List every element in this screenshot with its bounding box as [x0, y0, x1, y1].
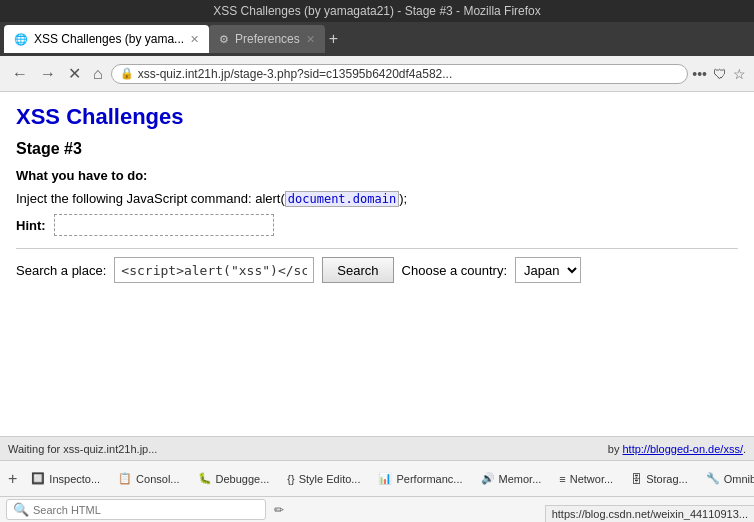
- bookmark-button[interactable]: ☆: [733, 66, 746, 82]
- tab-prefs-close[interactable]: ✕: [306, 33, 315, 46]
- hint-input[interactable]: [54, 214, 274, 236]
- tab-xss-icon: 🌐: [14, 33, 28, 46]
- more-button[interactable]: •••: [692, 66, 707, 82]
- omnibug-label: Omnibug...: [724, 473, 754, 485]
- status-link[interactable]: http://blogged-on.de/xss/: [622, 443, 742, 455]
- back-button[interactable]: ←: [8, 63, 32, 85]
- devtools-tab-memory[interactable]: 🔊 Memor...: [473, 468, 550, 489]
- console-icon: 📋: [118, 472, 132, 485]
- devtools-tab-omnibug[interactable]: 🔧 Omnibug...: [698, 468, 754, 489]
- search-row: Search a place: Search Choose a country:…: [16, 257, 738, 283]
- inject-instruction: Inject the following JavaScript command:…: [16, 191, 738, 206]
- by-text: by: [608, 443, 623, 455]
- devtools-tab-storage[interactable]: 🗄 Storag...: [623, 469, 696, 489]
- devtools-tab-network[interactable]: ≡ Networ...: [551, 469, 621, 489]
- tab-xss-label: XSS Challenges (by yama...: [34, 32, 184, 46]
- devtools-tab-style[interactable]: {} Style Edito...: [279, 469, 368, 489]
- perf-label: Performanc...: [396, 473, 462, 485]
- page-title: XSS Challenges: [16, 104, 738, 130]
- lock-icon: 🔒: [120, 67, 134, 80]
- tab-prefs-label: Preferences: [235, 32, 300, 46]
- devtools-search-input[interactable]: [33, 504, 259, 516]
- debugger-icon: 🐛: [198, 472, 212, 485]
- domain-text: document.domain: [285, 191, 399, 207]
- debugger-label: Debugge...: [216, 473, 270, 485]
- devtools-edit-button[interactable]: ✏: [274, 503, 284, 517]
- tab-xss[interactable]: 🌐 XSS Challenges (by yama... ✕: [4, 25, 209, 53]
- country-select[interactable]: Japan USA UK: [515, 257, 581, 283]
- what-label-text: What you have to do:: [16, 168, 738, 183]
- devtools-tab-console[interactable]: 📋 Consol...: [110, 468, 187, 489]
- link-suffix: .: [743, 443, 746, 455]
- devtools-tab-inspector[interactable]: 🔲 Inspecto...: [23, 468, 108, 489]
- inspector-label: Inspecto...: [49, 473, 100, 485]
- new-tab-button[interactable]: +: [329, 30, 338, 48]
- hint-row: Hint:: [16, 214, 738, 236]
- omnibug-icon: 🔧: [706, 472, 720, 485]
- status-by: by http://blogged-on.de/xss/.: [608, 443, 746, 455]
- storage-label: Storag...: [646, 473, 688, 485]
- divider: [16, 248, 738, 249]
- reload-button[interactable]: ✕: [64, 62, 85, 85]
- perf-icon: 📊: [378, 472, 392, 485]
- inject-prefix: Inject the following JavaScript command:: [16, 191, 255, 206]
- url-bar[interactable]: 🔒 xss-quiz.int21h.jp/stage-3.php?sid=c13…: [111, 64, 689, 84]
- console-label: Consol...: [136, 473, 179, 485]
- tab-prefs-icon: ⚙: [219, 33, 229, 46]
- memory-label: Memor...: [499, 473, 542, 485]
- title-bar: XSS Challenges (by yamagata21) - Stage #…: [0, 0, 754, 22]
- nav-bar: ← → ✕ ⌂ 🔒 xss-quiz.int21h.jp/stage-3.php…: [0, 56, 754, 92]
- inspector-icon: 🔲: [31, 472, 45, 485]
- search-icon: 🔍: [13, 502, 29, 517]
- tab-prefs[interactable]: ⚙ Preferences ✕: [209, 25, 325, 53]
- alert-text: alert(: [255, 191, 285, 206]
- hint-label: Hint:: [16, 218, 46, 233]
- what-label: What you have to do:: [16, 168, 147, 183]
- style-label: Style Edito...: [299, 473, 361, 485]
- memory-icon: 🔊: [481, 472, 495, 485]
- window-title: XSS Challenges (by yamagata21) - Stage #…: [213, 4, 541, 18]
- forward-button[interactable]: →: [36, 63, 60, 85]
- tab-xss-close[interactable]: ✕: [190, 33, 199, 46]
- devtools-tab-perf[interactable]: 📊 Performanc...: [370, 468, 470, 489]
- home-button[interactable]: ⌂: [89, 63, 107, 85]
- status-text: Waiting for xss-quiz.int21h.jp...: [8, 443, 157, 455]
- devtools-tabs: + 🔲 Inspecto... 📋 Consol... 🐛 Debugge...…: [0, 460, 754, 496]
- tab-bar: 🌐 XSS Challenges (by yama... ✕ ⚙ Prefere…: [0, 22, 754, 56]
- search-button[interactable]: Search: [322, 257, 393, 283]
- nav-icons: ••• 🛡 ☆: [692, 66, 746, 82]
- country-label: Choose a country:: [402, 263, 508, 278]
- status-bar: Waiting for xss-quiz.int21h.jp... by htt…: [0, 436, 754, 460]
- network-label: Networ...: [570, 473, 613, 485]
- style-icon: {}: [287, 473, 294, 485]
- page-content: XSS Challenges Stage #3 What you have to…: [0, 92, 754, 436]
- storage-icon: 🗄: [631, 473, 642, 485]
- devtools-search-box[interactable]: 🔍: [6, 499, 266, 520]
- devtools-add-button[interactable]: +: [4, 470, 21, 488]
- devtools-tab-debugger[interactable]: 🐛 Debugge...: [190, 468, 278, 489]
- search-input[interactable]: [114, 257, 314, 283]
- url-text: xss-quiz.int21h.jp/stage-3.php?sid=c1359…: [138, 67, 680, 81]
- network-icon: ≡: [559, 473, 565, 485]
- bottom-url: https://blog.csdn.net/weixin_44110913...: [545, 505, 754, 522]
- search-label: Search a place:: [16, 263, 106, 278]
- shield-button[interactable]: 🛡: [713, 66, 727, 82]
- stage-title: Stage #3: [16, 140, 738, 158]
- inject-suffix: );: [399, 191, 407, 206]
